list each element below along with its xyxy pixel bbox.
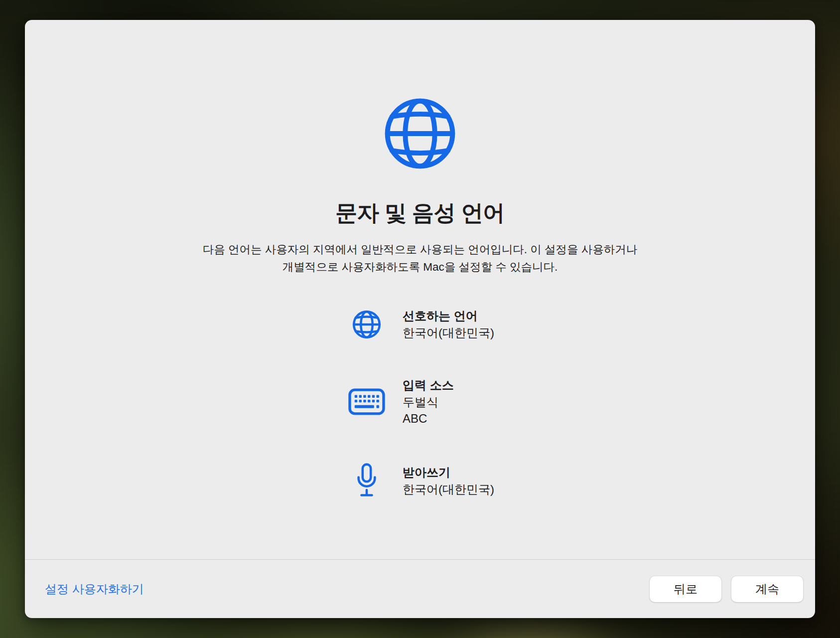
dictation-label: 받아쓰기 — [403, 464, 494, 481]
input-source-value-2: ABC — [403, 410, 454, 427]
screen: 문자 및 음성 언어 다음 언어는 사용자의 지역에서 일반적으로 사용되는 언… — [0, 0, 840, 638]
page-title: 문자 및 음성 언어 — [335, 198, 505, 228]
subtitle-line-2: 개별적으로 사용자화하도록 Mac을 설정할 수 있습니다. — [282, 261, 558, 273]
keyboard-icon — [346, 388, 388, 416]
globe-icon — [382, 96, 458, 171]
dictation-text: 받아쓰기 한국어(대한민국) — [403, 464, 494, 497]
input-sources-row: 입력 소스 두벌식 ABC — [346, 377, 454, 427]
preferred-language-row: 선호하는 언어 한국어(대한민국) — [346, 308, 494, 341]
input-sources-label: 입력 소스 — [403, 377, 454, 394]
dialog-content: 문자 및 음성 언어 다음 언어는 사용자의 지역에서 일반적으로 사용되는 언… — [25, 20, 815, 559]
preferred-language-text: 선호하는 언어 한국어(대한민국) — [403, 308, 494, 341]
dictation-row: 받아쓰기 한국어(대한민국) — [346, 463, 494, 498]
globe-icon — [346, 310, 388, 339]
input-sources-text: 입력 소스 두벌식 ABC — [403, 377, 454, 427]
dictation-value: 한국어(대한민국) — [403, 481, 494, 497]
customize-settings-link[interactable]: 설정 사용자화하기 — [45, 581, 144, 597]
preferred-language-value: 한국어(대한민국) — [403, 324, 494, 341]
preferred-language-label: 선호하는 언어 — [403, 308, 494, 324]
input-source-value-1: 두벌식 — [403, 394, 454, 410]
dialog-footer: 설정 사용자화하기 뒤로 계속 — [25, 559, 815, 618]
back-button[interactable]: 뒤로 — [650, 576, 721, 602]
continue-button[interactable]: 계속 — [731, 576, 803, 602]
setup-assistant-dialog: 문자 및 음성 언어 다음 언어는 사용자의 지역에서 일반적으로 사용되는 언… — [25, 20, 815, 618]
language-settings-list: 선호하는 언어 한국어(대한민국) — [346, 308, 494, 498]
page-subtitle: 다음 언어는 사용자의 지역에서 일반적으로 사용되는 언어입니다. 이 설정을… — [203, 241, 638, 276]
subtitle-line-1: 다음 언어는 사용자의 지역에서 일반적으로 사용되는 언어입니다. 이 설정을… — [203, 243, 638, 256]
microphone-icon — [346, 463, 388, 498]
